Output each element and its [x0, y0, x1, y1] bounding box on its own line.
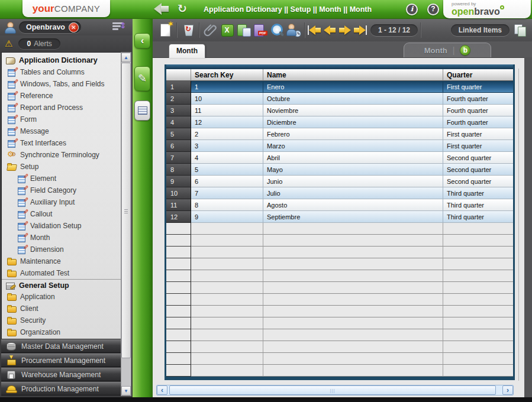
sidebar-item-label: Application: [20, 293, 55, 301]
horizontal-scrollbar[interactable]: ‹ ||| ›: [156, 385, 514, 395]
sidebar-scrollbar[interactable]: ▲ ▼: [121, 52, 131, 396]
table-row[interactable]: 412DiciembreFourth quarter: [166, 116, 513, 128]
linked-items-button[interactable]: Linked Items: [451, 24, 510, 36]
logo-part-company: COMPANY: [54, 4, 101, 14]
sidebar-item-label: Month: [30, 234, 50, 242]
sidebar-item-element[interactable]: Element: [2, 173, 121, 184]
sidebar-item-application-dictionary[interactable]: Application Dictionary: [2, 54, 121, 66]
sidebar-item-automated-test[interactable]: Automated Test: [2, 267, 121, 279]
sidebar-item-dimension[interactable]: Dimension: [2, 244, 121, 255]
column-header-search-key[interactable]: Search Key: [191, 69, 263, 81]
linked-items-icon[interactable]: [512, 22, 528, 38]
sidebar-item-reference[interactable]: Reference: [2, 90, 121, 102]
sidebar-item-tables-and-columns[interactable]: Tables and Columns: [2, 66, 121, 78]
cell-search-key: 4: [191, 152, 263, 164]
sidebar-item-windows-tabs-and-fields[interactable]: Windows, Tabs, and Fields: [2, 78, 121, 90]
accordion-production-management[interactable]: Production Management: [1, 382, 121, 395]
table-row[interactable]: 74AbrilSecond quarter: [166, 152, 513, 164]
folder-icon: [7, 269, 17, 277]
empty-cell: [263, 341, 443, 353]
cell-search-key: 7: [191, 187, 263, 199]
export-csv-button[interactable]: [236, 22, 252, 38]
sidebar-item-label: General Setup: [19, 281, 69, 290]
refresh-icon[interactable]: ↻: [178, 2, 187, 15]
accordion-label: Procurement Management: [21, 356, 105, 365]
accordion-master-data-management[interactable]: Master Data Management: [1, 339, 121, 353]
table-row[interactable]: 63MarzoFirst quarter: [166, 140, 513, 152]
table-row[interactable]: 11EneroFirst quarter: [166, 81, 513, 93]
audit-trail-button[interactable]: [285, 22, 302, 38]
new-record-button[interactable]: [157, 22, 174, 38]
sidebar-item-organization[interactable]: Organization: [2, 326, 121, 338]
table-row[interactable]: 107JulioThird quarter: [166, 187, 513, 199]
accordion-warehouse-management[interactable]: Warehouse Management: [1, 368, 121, 381]
sidebar-item-form[interactable]: Form: [2, 114, 121, 125]
scroll-down-icon[interactable]: ▼: [121, 386, 131, 395]
table-row[interactable]: 85MayoSecond quarter: [166, 164, 513, 176]
window-tab[interactable]: Month | b: [404, 43, 491, 57]
search-button[interactable]: [269, 22, 285, 38]
sidebar-item-general-setup[interactable]: General Setup: [2, 279, 121, 291]
export-excel-button[interactable]: [219, 22, 236, 38]
sidebar-item-message[interactable]: Message: [2, 125, 121, 137]
attachment-icon[interactable]: [202, 22, 219, 38]
sidebar-item-callout[interactable]: Callout: [2, 208, 121, 220]
table-row[interactable]: 52FebreroFirst quarter: [166, 128, 513, 140]
close-icon[interactable]: ✕: [69, 22, 79, 33]
sidebar-item-label: Form: [20, 115, 37, 124]
alerts-pill[interactable]: 0 Alerts: [18, 38, 60, 49]
cell-search-key: 1: [191, 81, 263, 93]
last-record-button[interactable]: [352, 25, 367, 35]
scroll-up-icon[interactable]: ▲: [121, 53, 131, 62]
table-row[interactable]: 210OctubreFourth quarter: [166, 93, 513, 105]
empty-row: [166, 341, 513, 353]
row-number-cell: 8: [166, 164, 191, 176]
top-header: your COMPANY ↻ Application Dictionary ||…: [0, 0, 532, 19]
sidebar-item-setup[interactable]: Setup: [2, 161, 121, 173]
sidebar-item-maintenance[interactable]: Maintenance: [2, 255, 121, 267]
sidebar-item-security[interactable]: Security: [2, 315, 121, 326]
winedit-icon: [17, 245, 27, 254]
help-icon[interactable]: ?: [427, 4, 439, 15]
sidebar-scroll-thumb[interactable]: [121, 63, 131, 358]
sidebar-item-validation-setup[interactable]: Validation Setup: [2, 220, 121, 232]
empty-row: [166, 223, 513, 235]
table-row[interactable]: 311NoviembreFourth quarter: [166, 105, 513, 116]
scroll-left-icon[interactable]: ‹: [157, 385, 167, 395]
sidebar-item-month[interactable]: Month: [2, 232, 121, 244]
powered-by-label: powered by: [452, 1, 526, 7]
sidebar-item-field-category[interactable]: Field Category: [2, 184, 121, 196]
sidebar-item-text-interfaces[interactable]: Text Interfaces: [2, 137, 121, 149]
delete-record-button[interactable]: [180, 22, 196, 38]
sidebar-item-application[interactable]: Application: [2, 291, 121, 303]
accordion-procurement-management[interactable]: Procurement Management: [1, 354, 121, 367]
cell-search-key: 2: [191, 128, 263, 140]
grid-view-button[interactable]: [134, 100, 150, 121]
scroll-right-icon[interactable]: ›: [502, 385, 513, 395]
sidebar-item-report-and-process[interactable]: Report and Process: [2, 102, 121, 114]
table-row[interactable]: 96JunioSecond quarter: [166, 176, 513, 187]
previous-record-button[interactable]: [323, 25, 337, 35]
collapse-sidebar-button[interactable]: ‹: [134, 33, 150, 48]
sidebar-item-synchronize-terminology[interactable]: Synchronize Terminology: [2, 149, 121, 161]
back-arrow-icon[interactable]: [154, 3, 172, 15]
tab-month[interactable]: Month: [169, 44, 205, 58]
table-row[interactable]: 118AgostoThird quarter: [166, 199, 513, 211]
column-header-name[interactable]: Name: [263, 69, 443, 81]
info-icon[interactable]: i: [406, 4, 418, 15]
right-edge: [524, 57, 532, 397]
empty-cell: [443, 365, 513, 377]
form-view-button[interactable]: ✎: [134, 66, 150, 91]
sidebar-item-label: Security: [20, 316, 46, 325]
horizontal-scroll-thumb[interactable]: |||: [169, 385, 496, 395]
empty-cell: [191, 258, 263, 270]
sidebar-item-auxiliary-input[interactable]: Auxiliary Input: [2, 196, 121, 208]
cell-quarter: Second quarter: [443, 152, 513, 164]
export-pdf-button[interactable]: [252, 22, 269, 38]
next-record-button[interactable]: [337, 25, 352, 35]
first-record-button[interactable]: [308, 25, 323, 35]
sidebar-item-client[interactable]: Client: [2, 303, 121, 315]
table-row[interactable]: 129SeptiembreThird quarter: [166, 211, 513, 223]
collapse-menu-icon[interactable]: [112, 22, 125, 32]
column-header-quarter[interactable]: Quarter: [443, 69, 513, 81]
